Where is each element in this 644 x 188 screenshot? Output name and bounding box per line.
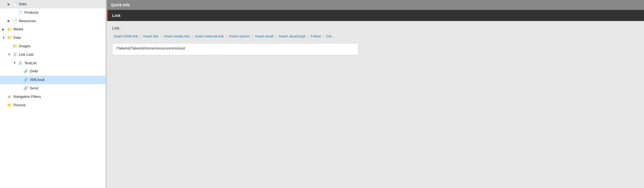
- tree-icon-testlist: [18, 61, 23, 66]
- sidebar-item-testlist[interactable]: ▼TestList: [0, 59, 106, 67]
- tree-icon-resources: [12, 19, 18, 24]
- action-btn-clear[interactable]: Cle...: [325, 33, 336, 39]
- tree-icon-media: [7, 27, 12, 32]
- sidebar-item-send[interactable]: Send: [0, 84, 106, 93]
- action-btn-insert-media-link[interactable]: Insert media link: [162, 33, 192, 39]
- sidebar: ▶DataProducts▶Resources▶Media▼DataImages…: [0, 0, 107, 188]
- action-btn-follow[interactable]: Follow: [309, 33, 323, 39]
- tree-label-data-folder: Data: [13, 35, 21, 41]
- main-panel: Quick Info Link Link: Insert DAM link|In…: [107, 0, 644, 188]
- tree-label-testlist: TestList: [24, 60, 36, 66]
- action-btn-insert-external-link[interactable]: Insert external link: [193, 33, 226, 39]
- tree-label-xmcloud: XMCloud: [30, 77, 44, 83]
- sidebar-item-link-lists[interactable]: ▼Link Lists: [0, 51, 106, 59]
- sidebar-item-products[interactable]: Products: [0, 8, 106, 17]
- action-separator-0: |: [140, 34, 141, 38]
- action-separator-1: |: [160, 34, 162, 38]
- action-separator-4: |: [251, 34, 253, 38]
- sidebar-item-data-folder[interactable]: ▼Data: [0, 34, 106, 42]
- link-value-display: /Tailwind/Tailwind/Home/resources/xmclou…: [112, 43, 358, 55]
- tree-label-data-root: Data: [19, 1, 26, 7]
- tree-icon-products: [18, 10, 23, 15]
- tree-icon-link-lists: [12, 52, 18, 57]
- tree-label-media: Media: [13, 27, 23, 32]
- sidebar-item-dam[interactable]: DAM: [0, 67, 106, 76]
- tree-label-promos: Promos: [13, 102, 26, 108]
- tree-label-send: Send: [30, 86, 38, 91]
- content-area: Link: Insert DAM link|Insert link|Insert…: [107, 21, 644, 188]
- tree-icon-dam: [23, 69, 28, 74]
- tree-label-products: Products: [24, 10, 38, 16]
- sidebar-item-media[interactable]: ▶Media: [0, 25, 106, 34]
- action-separator-2: |: [191, 34, 193, 38]
- action-btn-insert-javascript[interactable]: Insert JavaScript: [277, 33, 307, 39]
- action-separator-7: |: [323, 34, 324, 38]
- link-section-header: Link: [107, 10, 644, 21]
- action-btn-insert-link[interactable]: Insert link: [142, 33, 160, 39]
- tree-label-nav-filters: Navigation Filters: [13, 94, 41, 100]
- tree-toggle-media: ▶: [2, 27, 7, 32]
- action-btn-insert-anchor[interactable]: Insert anchor: [228, 33, 252, 39]
- sidebar-item-resources[interactable]: ▶Resources: [0, 17, 106, 25]
- sidebar-item-promos[interactable]: Promos: [0, 101, 106, 110]
- action-btn-insert-email[interactable]: Insert email: [254, 33, 275, 39]
- sidebar-item-data-root[interactable]: ▶Data: [0, 0, 106, 8]
- tree-toggle-resources: ▶: [8, 19, 12, 24]
- tree-label-images: Images: [19, 43, 31, 49]
- quick-info-header: Quick Info: [107, 0, 644, 10]
- tree-icon-xmcloud: [23, 78, 28, 83]
- tree-toggle-link-lists: ▼: [8, 52, 12, 57]
- tree-toggle-testlist: ▼: [13, 61, 18, 66]
- sidebar-item-images[interactable]: Images: [0, 42, 106, 51]
- action-separator-6: |: [307, 34, 309, 38]
- tree-icon-send: [23, 86, 28, 91]
- tree-label-dam: DAM: [30, 69, 38, 74]
- tree-icon-nav-filters: [7, 94, 12, 99]
- tree-toggle-data-folder: ▼: [2, 36, 7, 40]
- tree-label-resources: Resources: [19, 18, 36, 24]
- tree-label-link-lists: Link Lists: [19, 52, 34, 58]
- tree-icon-images: [12, 44, 18, 49]
- tree-toggle-data-root: ▶: [8, 2, 12, 7]
- tree-icon-data-root: [12, 2, 18, 7]
- link-field-label: Link:: [112, 26, 639, 30]
- sidebar-item-nav-filters[interactable]: Navigation Filters: [0, 93, 106, 101]
- action-separator-5: |: [275, 34, 277, 38]
- tree-icon-promos: [7, 103, 12, 108]
- sidebar-item-xmcloud[interactable]: XMCloud: [0, 76, 106, 84]
- action-separator-3: |: [225, 34, 227, 38]
- tree-icon-data-folder: [7, 36, 12, 40]
- link-actions-row: Insert DAM link|Insert link|Insert media…: [112, 33, 639, 39]
- action-btn-insert-dam-link[interactable]: Insert DAM link: [112, 33, 140, 39]
